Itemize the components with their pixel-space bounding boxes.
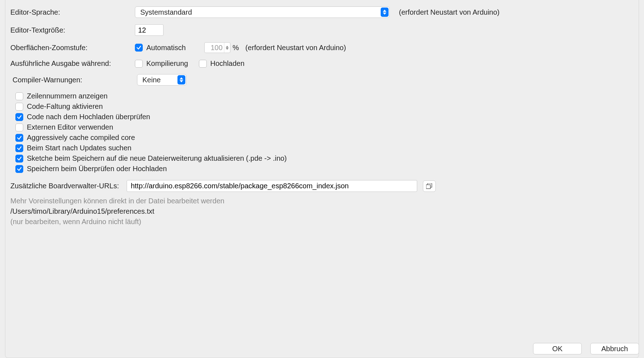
upload-checkbox[interactable] [199,60,207,68]
window-icon [426,183,433,189]
compiler-warn-select[interactable]: Keine [137,74,186,86]
option-row: Code nach dem Hochladen überprüfen [15,113,634,121]
option-row: Externen Editor verwenden [15,123,634,131]
option-row: Zeilennummern anzeigen [15,92,634,100]
option-label: Sketche beim Speichern auf die neue Date… [27,154,287,163]
editor-language-select[interactable]: Systemstandard [135,6,390,18]
option-row: Speichern beim Überprüfen oder Hochladen [15,165,634,173]
updown-icon [177,75,185,84]
cancel-button[interactable]: Abbruch [590,343,639,354]
footnote-line1: Mehr Voreinstellungen können direkt in d… [10,197,634,205]
editor-language-label: Editor-Sprache: [10,8,135,16]
zoom-label: Oberflächen-Zoomstufe: [10,44,135,52]
svg-rect-1 [426,185,430,189]
option-checkbox[interactable] [15,92,23,100]
option-label: Beim Start nach Updates suchen [27,144,131,152]
editor-language-value: Systemstandard [135,7,380,18]
option-checkbox[interactable] [15,134,23,142]
verbose-label: Ausführliche Ausgabe während: [10,59,135,68]
option-label: Aggressively cache compiled core [27,134,135,142]
compiler-warn-label: Compiler-Warnungen: [10,76,137,84]
option-row: Sketche beim Speichern auf die neue Date… [15,154,634,163]
options-list: Zeilennummern anzeigenCode-Faltung aktiv… [10,92,634,173]
ok-button[interactable]: OK [533,343,582,354]
option-checkbox[interactable] [15,165,23,173]
compile-checkbox[interactable] [135,60,143,68]
restart-note: (erfordert Neustart von Arduino) [399,8,499,16]
boardurls-label: Zusätzliche Boardverwalter-URLs: [10,182,119,190]
option-label: Code nach dem Hochladen überprüfen [27,113,150,121]
option-row: Code-Faltung aktivieren [15,102,634,111]
preferences-path[interactable]: /Users/timo/Library/Arduino15/preference… [10,207,634,216]
zoom-restart-note: (erfordert Neustart von Arduino) [245,44,346,52]
option-label: Speichern beim Überprüfen oder Hochladen [27,165,167,173]
spinner-updown-icon [224,43,230,53]
updown-icon [381,8,389,17]
option-label: Zeilennummern anzeigen [27,92,108,100]
option-label: Externen Editor verwenden [27,123,113,131]
zoom-spinner[interactable] [204,42,230,53]
option-checkbox[interactable] [15,103,23,111]
footnote: Mehr Voreinstellungen können direkt in d… [10,197,634,226]
boardurls-input[interactable] [127,180,417,192]
preferences-panel: Editor-Sprache: Systemstandard (erforder… [5,0,639,358]
option-checkbox[interactable] [15,113,23,121]
zoom-value[interactable] [205,44,224,52]
option-row: Aggressively cache compiled core [15,134,634,142]
option-checkbox[interactable] [15,144,23,152]
compiler-warn-value: Keine [137,74,177,85]
auto-zoom-checkbox[interactable] [135,44,143,52]
percent-label: % [233,44,239,52]
footnote-line2: (nur bearbeiten, wenn Arduino nicht läuf… [10,218,634,226]
boardurls-expand-button[interactable] [423,180,436,192]
option-checkbox[interactable] [15,155,23,163]
option-label: Code-Faltung aktivieren [27,102,103,111]
editor-textsize-label: Editor-Textgröße: [10,26,135,34]
compile-label: Kompilierung [146,59,188,68]
option-row: Beim Start nach Updates suchen [15,144,634,152]
editor-textsize-input[interactable] [135,24,164,36]
option-checkbox[interactable] [15,124,23,131]
auto-zoom-label: Automatisch [146,44,186,52]
upload-label: Hochladen [210,59,245,68]
